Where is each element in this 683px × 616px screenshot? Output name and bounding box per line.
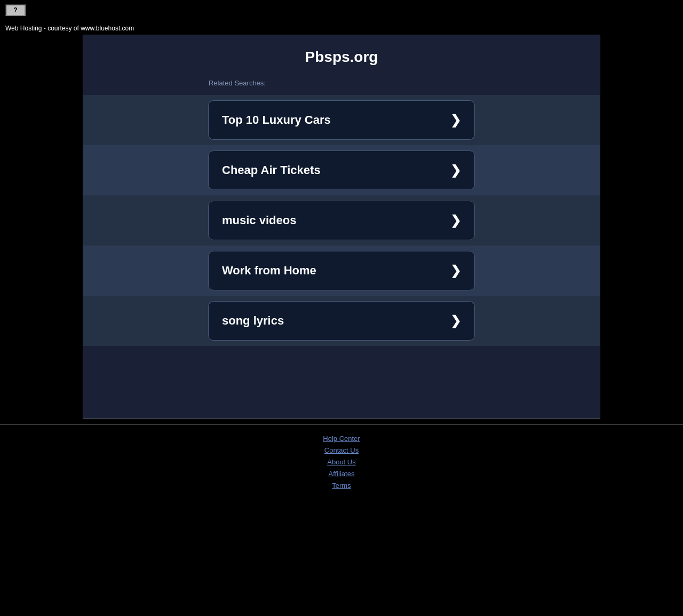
footer-link[interactable]: Terms [0, 480, 683, 492]
search-link-button[interactable]: song lyrics❯ [208, 301, 475, 341]
footer: Help CenterContact UsAbout UsAffiliatesT… [0, 425, 683, 500]
search-link-text: Work from Home [222, 264, 316, 278]
search-link-button[interactable]: Work from Home❯ [208, 251, 475, 290]
top-bar: ? [0, 0, 683, 20]
search-link-text: song lyrics [222, 314, 284, 328]
chevron-right-icon: ❯ [450, 113, 461, 128]
search-items-container: Top 10 Luxury Cars❯Cheap Air Tickets❯mus… [83, 95, 600, 346]
search-link-button[interactable]: Top 10 Luxury Cars❯ [208, 100, 475, 140]
chevron-right-icon: ❯ [450, 213, 461, 228]
chevron-right-icon: ❯ [450, 263, 461, 278]
main-container: Pbsps.org Related Searches: Top 10 Luxur… [83, 35, 600, 419]
search-row: Cheap Air Tickets❯ [83, 145, 600, 195]
hosting-notice: Web Hosting - courtesy of www.bluehost.c… [0, 20, 683, 35]
chevron-right-icon: ❯ [450, 163, 461, 178]
search-link-text: Cheap Air Tickets [222, 163, 321, 177]
search-row: Work from Home❯ [83, 246, 600, 296]
related-searches-label: Related Searches: [83, 76, 600, 95]
chevron-right-icon: ❯ [450, 313, 461, 328]
search-link-text: Top 10 Luxury Cars [222, 113, 331, 127]
search-link-button[interactable]: Cheap Air Tickets❯ [208, 151, 475, 190]
site-title: Pbsps.org [83, 35, 600, 76]
search-row: Top 10 Luxury Cars❯ [83, 95, 600, 145]
search-link-text: music videos [222, 214, 296, 227]
footer-link[interactable]: Contact Us [0, 445, 683, 456]
search-row: song lyrics❯ [83, 296, 600, 346]
footer-link[interactable]: Help Center [0, 433, 683, 445]
question-icon: ? [5, 4, 26, 16]
search-row: music videos❯ [83, 195, 600, 246]
footer-link[interactable]: About Us [0, 456, 683, 468]
search-link-button[interactable]: music videos❯ [208, 201, 475, 240]
footer-link[interactable]: Affiliates [0, 468, 683, 480]
